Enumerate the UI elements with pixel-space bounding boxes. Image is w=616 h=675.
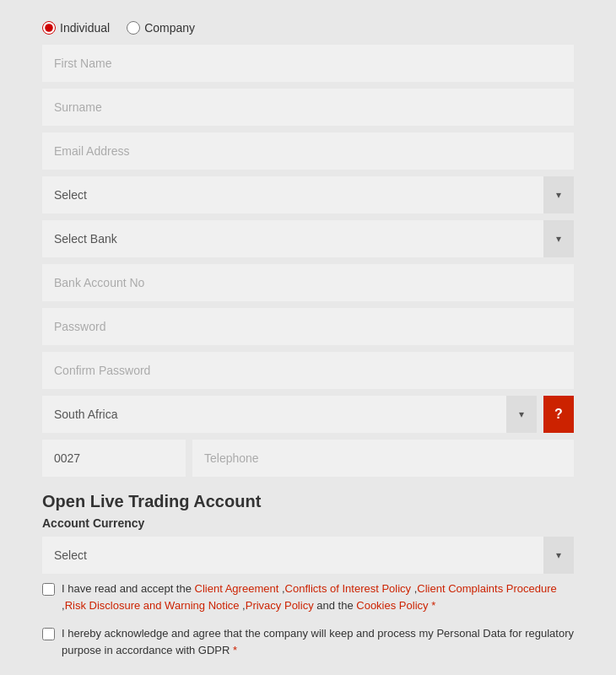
section-title: Open Live Trading Account bbox=[42, 492, 574, 511]
phone-code-input[interactable] bbox=[42, 440, 186, 477]
account-type-select-wrapper: Select ▾ bbox=[42, 176, 574, 213]
account-type-select[interactable]: Select bbox=[42, 176, 574, 213]
individual-radio[interactable] bbox=[42, 21, 56, 35]
bank-select[interactable]: Select Bank bbox=[42, 220, 574, 257]
currency-select-wrapper: Select ▾ bbox=[42, 537, 574, 574]
complaints-procedure-link[interactable]: Client Complaints Procedure bbox=[417, 582, 556, 595]
agreement-text: I have read and accept the Client Agreem… bbox=[62, 580, 557, 613]
country-select-wrapper: South Africa ▾ bbox=[42, 396, 537, 433]
company-radio-label[interactable]: Company bbox=[127, 21, 195, 35]
privacy-policy-link[interactable]: Privacy Policy bbox=[246, 599, 314, 612]
bank-account-input[interactable] bbox=[42, 264, 574, 301]
first-name-input[interactable] bbox=[42, 45, 574, 82]
agreement-checkbox[interactable] bbox=[42, 583, 55, 596]
account-currency-label: Account Currency bbox=[42, 516, 574, 530]
gdpr-checkbox[interactable] bbox=[42, 628, 55, 640]
agreement-checkbox-group: I have read and accept the Client Agreem… bbox=[42, 580, 574, 613]
registration-form: Individual Company Select ▾ Select Bank … bbox=[0, 8, 616, 675]
gdpr-text: I hereby acknowledge and agree that the … bbox=[62, 625, 574, 658]
client-agreement-link[interactable]: Client Agreement bbox=[195, 582, 279, 595]
country-help-button[interactable]: ? bbox=[543, 396, 574, 433]
account-type-radio-group: Individual Company bbox=[42, 21, 574, 35]
gdpr-star: * bbox=[233, 644, 237, 656]
currency-select[interactable]: Select bbox=[42, 537, 574, 574]
risk-disclosure-link[interactable]: Risk Disclosure and Warning Notice bbox=[65, 599, 240, 612]
help-icon: ? bbox=[554, 407, 563, 422]
confirm-password-input[interactable] bbox=[42, 352, 574, 389]
cookies-policy-link[interactable]: Cookies Policy bbox=[356, 599, 428, 612]
bank-select-wrapper: Select Bank ▾ bbox=[42, 220, 574, 257]
gdpr-checkbox-group: I hereby acknowledge and agree that the … bbox=[42, 625, 574, 658]
country-select[interactable]: South Africa bbox=[42, 396, 537, 433]
telephone-input[interactable] bbox=[192, 440, 574, 477]
country-row: South Africa ▾ ? bbox=[42, 396, 574, 433]
email-input[interactable] bbox=[42, 132, 574, 170]
surname-input[interactable] bbox=[42, 89, 574, 126]
agreement-star: * bbox=[429, 599, 436, 612]
company-radio[interactable] bbox=[127, 21, 140, 35]
phone-row bbox=[42, 440, 574, 477]
individual-label: Individual bbox=[60, 21, 110, 35]
password-input[interactable] bbox=[42, 308, 574, 345]
individual-radio-label[interactable]: Individual bbox=[42, 21, 110, 35]
conflicts-policy-link[interactable]: Conflicts of Interest Policy bbox=[285, 582, 412, 595]
company-label: Company bbox=[144, 21, 195, 35]
